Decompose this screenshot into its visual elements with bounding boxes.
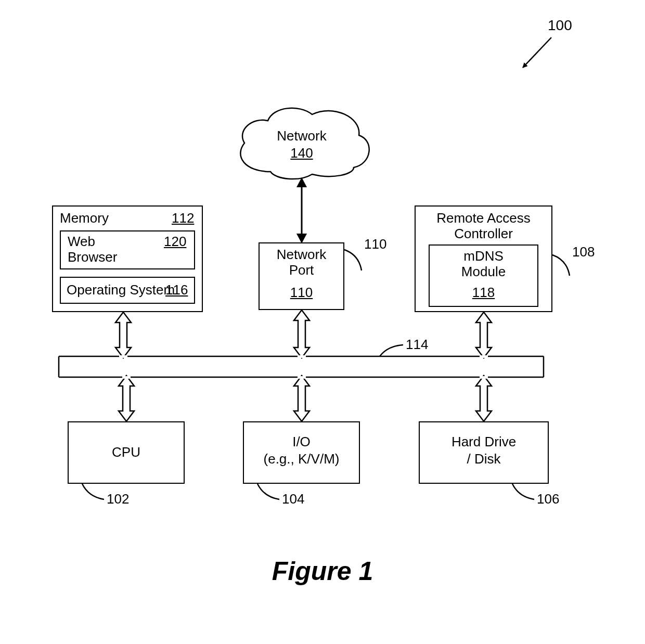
bus-and-arrows [0, 0, 645, 644]
diagram-canvas: 100 Network 140 Network Port 110 110 Mem… [0, 0, 645, 644]
svg-marker-7 [296, 234, 307, 243]
bus-gap [298, 355, 306, 358]
bus-gap [480, 376, 488, 379]
bus-gap [480, 355, 488, 358]
bus-gap [122, 376, 131, 379]
figure-title: Figure 1 [0, 557, 645, 587]
svg-marker-6 [296, 177, 307, 187]
bus-gap [119, 355, 127, 358]
bus-gap [298, 376, 306, 379]
bus-leader-ref: 114 [406, 337, 428, 353]
